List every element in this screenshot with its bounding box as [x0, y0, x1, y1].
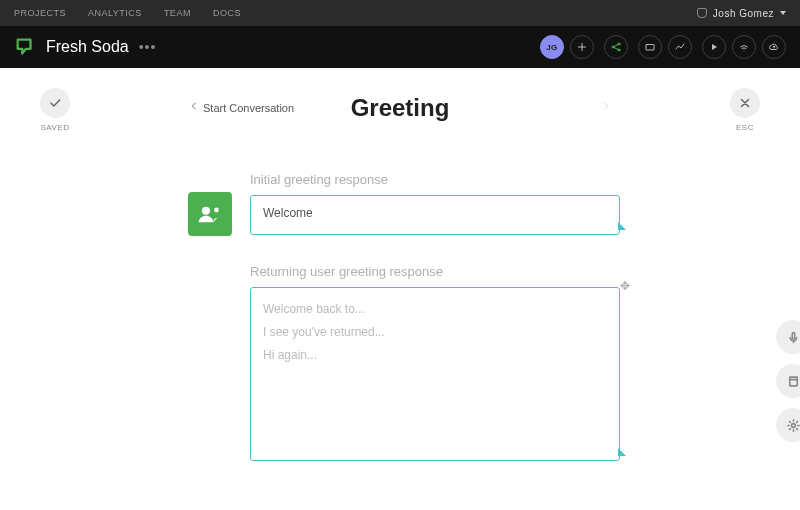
nav-projects[interactable]: PROJECTS: [14, 8, 66, 18]
chevron-down-icon[interactable]: [780, 11, 786, 15]
close-icon: [738, 96, 752, 110]
returning-greeting-input[interactable]: [251, 288, 619, 456]
book-icon: [786, 374, 801, 389]
initial-greeting-input[interactable]: [251, 196, 619, 230]
esc-label: ESC: [730, 123, 760, 132]
analytics-button[interactable]: [668, 35, 692, 59]
voice-input-button[interactable]: [776, 320, 800, 354]
nav-team[interactable]: TEAM: [164, 8, 191, 18]
gear-icon: [786, 418, 801, 433]
svg-point-8: [791, 423, 795, 427]
prev-conversation-button[interactable]: [185, 95, 203, 121]
library-button[interactable]: [776, 364, 800, 398]
svg-rect-7: [789, 377, 797, 386]
svg-point-5: [214, 208, 219, 213]
prev-conversation-label: Start Conversation: [203, 102, 294, 114]
wifi-button[interactable]: [732, 35, 756, 59]
close-button[interactable]: [730, 88, 760, 118]
folder-button[interactable]: [638, 35, 662, 59]
returning-greeting-block: Returning user greeting response ✥ Welco…: [180, 264, 760, 461]
initial-greeting-label: Initial greeting response: [250, 172, 620, 187]
initial-greeting-bubble: [250, 195, 620, 235]
svg-rect-3: [646, 45, 654, 51]
notifications-icon[interactable]: [697, 8, 707, 18]
next-conversation-button[interactable]: [597, 95, 615, 121]
saved-button[interactable]: [40, 88, 70, 118]
conversation-nav: Start Conversation Greeting: [185, 94, 615, 122]
user-name[interactable]: Josh Gomez: [713, 8, 774, 19]
add-collaborator-button[interactable]: [570, 35, 594, 59]
share-button[interactable]: [604, 35, 628, 59]
cloud-upload-button[interactable]: [762, 35, 786, 59]
settings-button[interactable]: [776, 408, 800, 442]
nav-analytics[interactable]: ANALYTICS: [88, 8, 142, 18]
returning-greeting-label: Returning user greeting response ✥: [250, 264, 620, 279]
check-icon: [48, 96, 62, 110]
play-button[interactable]: [702, 35, 726, 59]
editor-panel: SAVED ESC Start Conversation Greeting In…: [0, 68, 800, 461]
app-logo-icon[interactable]: [14, 36, 36, 58]
initial-greeting-block: Initial greeting response: [180, 172, 760, 236]
nav-docs[interactable]: DOCS: [213, 8, 241, 18]
saved-label: SAVED: [40, 123, 70, 132]
svg-rect-6: [792, 332, 795, 338]
project-name: Fresh Soda: [46, 38, 129, 56]
returning-greeting-bubble: Welcome back to... I see you've returned…: [250, 287, 620, 461]
global-nav: PROJECTS ANALYTICS TEAM DOCS Josh Gomez: [0, 0, 800, 26]
drag-handle-icon[interactable]: ✥: [620, 279, 630, 293]
microphone-icon: [786, 330, 801, 345]
project-menu-button[interactable]: •••: [139, 39, 157, 55]
persona-icon: [188, 192, 232, 236]
project-bar: Fresh Soda ••• JG: [0, 26, 800, 68]
collaborator-avatar[interactable]: JG: [540, 35, 564, 59]
svg-point-4: [202, 207, 210, 215]
